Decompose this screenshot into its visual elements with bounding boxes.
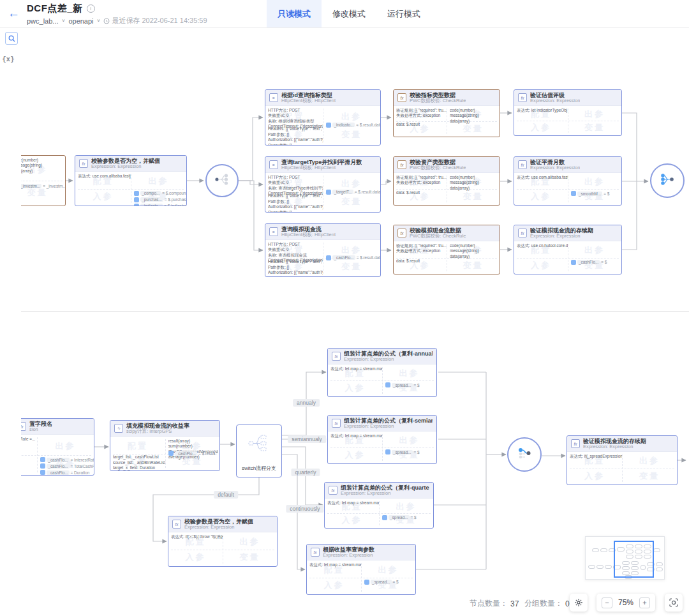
variable-tag: _cashFlo...= $.result [168, 451, 216, 456]
flow-node[interactable]: ∿填充模拟现金流的收益率scipy计算: InterpGPS配置出参入参变量ta… [110, 420, 220, 471]
node-type-icon: fx [329, 486, 337, 495]
node-config-text: 表达式: let indicatorTypeObj = _i... [517, 108, 568, 113]
quadrant-watermark: 入参 [342, 515, 362, 526]
flow-node[interactable]: fx校验模拟现金流数据PWC数据校验: CheckRule配置出参入参变量验证规… [393, 225, 500, 274]
node-output-schema: result(array)sum(number)iPaaSComponentVe… [168, 439, 218, 460]
minimap-node [588, 565, 595, 569]
quadrant-watermark: 入参 [345, 449, 366, 461]
switch-fork-icon [248, 434, 270, 456]
quadrant-watermark: 出参 [396, 501, 417, 513]
node-config-text: Headers: [{"valueType":"Text","n...Path参… [268, 193, 323, 212]
page-title: DCF点差_新 [27, 3, 83, 15]
node-config-text: target_list: _cashFlowListsource_list: _… [113, 454, 165, 470]
node-body: 配置出参入参变量表达式: use com.alibaba.fastjson...… [514, 173, 621, 205]
zoom-control: − 75% + [596, 594, 655, 612]
join-in-node[interactable] [650, 163, 685, 198]
api-select[interactable]: openapi [68, 17, 93, 25]
flow-node[interactable]: fx验证估值评级Expression: Expression配置出参入参变量表达… [514, 89, 622, 136]
node-subtitle: Expression: Expression [344, 424, 433, 430]
branch-label: annualy [293, 399, 320, 407]
tab-readonly-mode[interactable]: 只读模式 [267, 0, 322, 27]
variable-type-icon [326, 255, 331, 260]
edge [239, 117, 263, 181]
flow-node[interactable]: fx组装计算点差的公式（复利-semiannualy）Expression: E… [327, 415, 437, 464]
flow-node[interactable]: ≡查询模拟现金流HttpClient模板: HttpClient配置出参入参变量… [265, 223, 381, 277]
zoom-in-button[interactable]: + [639, 597, 650, 608]
tab-run-mode[interactable]: 运行模式 [376, 0, 431, 27]
back-button[interactable]: ← [8, 5, 20, 22]
flow-node[interactable]: fx组装计算点差的公式（复利-annualy）Expression: Expre… [327, 348, 437, 397]
minimap[interactable] [585, 536, 665, 580]
node-body: 配置出参入参变量表达式: use cn.hutool.core.date..._… [514, 241, 621, 274]
minimap-node [605, 565, 612, 569]
node-subtitle: scipy计算: InterpGPS [126, 429, 189, 435]
fork-node[interactable] [205, 164, 239, 197]
node-body: 配置出参入参变量表达式: let map = stream.map()..._s… [328, 364, 436, 396]
zoom-out-button[interactable]: − [602, 597, 612, 608]
node-type-icon: ∿ [114, 424, 123, 433]
node-config-text: 表达式: let map = stream.map()... [327, 500, 379, 506]
settings-button[interactable] [570, 594, 588, 612]
flow-node[interactable]: fx校验参数是否为空，并赋值Expression: Expression配置出参… [75, 155, 187, 206]
minimap-viewport[interactable] [614, 541, 654, 578]
flow-node[interactable]: 配置出参入参变量code(number)message(string)data(… [0, 155, 66, 206]
node-config-text: data: $.result [396, 122, 447, 127]
info-icon[interactable]: i [87, 4, 95, 13]
variable-tag: _smoothM...= $ [571, 191, 609, 196]
node-body: 配置出参入参变量表达式: let indicatorTypeObj = _i..… [514, 106, 621, 135]
flow-node[interactable]: fx组装计算点差的公式（复利-quarterly）Expression: Exp… [324, 482, 434, 529]
node-header: fx校验参数是否为空，并赋值Expression: Expression [75, 156, 186, 172]
node-config-text: Rate =... [20, 437, 37, 442]
node-config-text: data: $.result [396, 259, 447, 264]
flow-node[interactable]: fx校验参数是否为空，并赋值Expression: Expression配置出参… [168, 516, 278, 567]
search-button[interactable] [5, 32, 18, 45]
node-header: fx校验模拟现金流数据PWC数据校验: CheckRule [394, 225, 500, 241]
quadrant-watermark: 变量 [463, 260, 484, 271]
node-type-icon: fx [518, 93, 527, 102]
node-subtitle: PWC数据校验: CheckRule [410, 165, 466, 171]
quadrant-watermark: 变量 [240, 552, 260, 563]
flow-canvas[interactable]: 配置出参入参变量code(number)message(string)data(… [0, 0, 689, 616]
variable-type-icon [168, 451, 174, 456]
node-subtitle: Expression: Expression [530, 98, 580, 104]
node-output-schema: code(number)message(string)data(array) [13, 158, 64, 174]
variable-tag: _spread...= $ [385, 382, 419, 387]
node-variable-tags: _cashFlo...= $.result [168, 451, 216, 456]
tab-edit-mode[interactable]: 修改模式 [322, 0, 376, 27]
quadrant-watermark: 变量 [463, 191, 484, 202]
quadrant-watermark: 变量 [463, 123, 484, 135]
node-variable-tags: _spread...= $ [364, 580, 398, 585]
node-body: 配置出参入参变量验证规则: [{ "required": tru...失败处理方… [394, 106, 500, 137]
quadrant-watermark: 入参 [0, 459, 19, 470]
node-type-icon: fx [332, 419, 341, 428]
flow-node[interactable]: fx验证平滑月数Expression: Expression配置出参入参变量表达… [514, 156, 622, 206]
flow-node[interactable]: fx根据收益率查询参数Expression: Expression配置出参入参变… [306, 544, 416, 595]
flow-node[interactable]: ≡根据id查询指标类型HttpClient模板: HttpClient配置出参入… [265, 89, 381, 146]
flow-node[interactable]: ≡查询targetType并找到平滑月数HttpClient模板: HttpCl… [265, 156, 381, 213]
node-config-text: 表达式: let map = stream.map()... [330, 433, 382, 439]
workspace-select[interactable]: pwc_lab... [27, 17, 59, 25]
node-header: fx组装计算点差的公式（复利-semiannualy）Expression: E… [328, 416, 436, 432]
quadrant-watermark: 出参 [149, 176, 169, 187]
switch-node[interactable]: switch流程分支 [236, 424, 282, 477]
fit-view-button[interactable] [665, 594, 683, 612]
node-type-icon: fx [518, 160, 527, 169]
flow-node[interactable]: fx校验资产类型数据PWC数据校验: CheckRule配置出参入参变量验证规则… [393, 156, 500, 206]
join-one-node[interactable] [507, 437, 542, 472]
flow-node[interactable]: fx验证模拟现金流的存续期Expression: Expression配置出参入… [567, 435, 678, 485]
switch-node-label: switch流程分支 [242, 465, 276, 472]
quadrant-watermark: 配置 [0, 440, 19, 452]
flow-node[interactable]: fx验证模拟现金流的存续期Expression: Expression配置出参入… [514, 225, 622, 274]
flow-node[interactable]: fx置字段名sion配置出参入参变量Rate =..._cashFlo...= … [0, 418, 94, 476]
node-subtitle: Expression: Expression [341, 491, 429, 497]
edge [622, 113, 637, 181]
variable-tag: _indicato...= $.result.data [326, 123, 380, 128]
node-variable-tags: _spread...= $ [385, 382, 419, 387]
variable-panel-icon[interactable]: {x} [2, 55, 15, 63]
minimap-node [600, 548, 607, 552]
branch-label: quarterly [291, 469, 320, 476]
node-variable-tags: _smoothM...= $ [571, 191, 609, 196]
node-config-text: Headers: [{"valueType":"Text","n...Path参… [268, 259, 323, 276]
flow-node[interactable]: fx校验指标类型数据PWC数据校验: CheckRule配置出参入参变量验证规则… [393, 89, 500, 137]
variable-tag: _compo...= $.compoun... [134, 191, 186, 196]
